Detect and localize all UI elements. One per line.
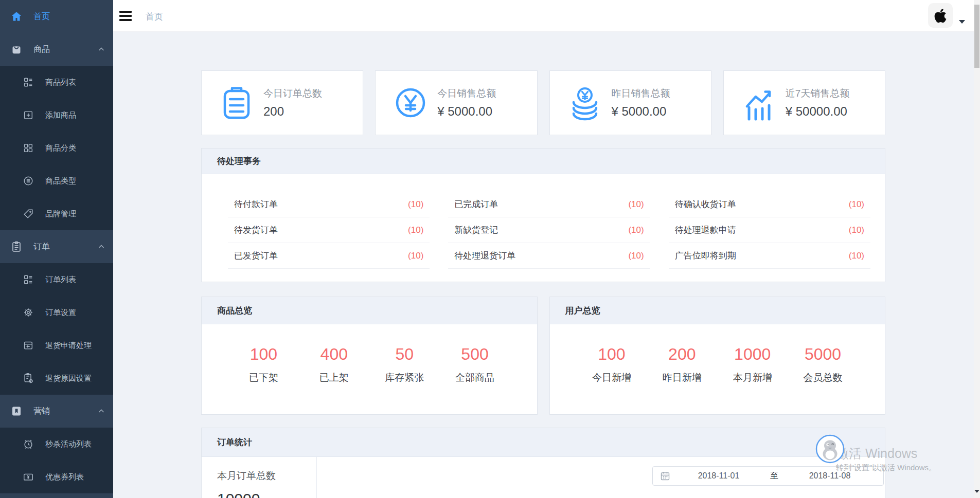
scrollbar-thumb[interactable]	[974, 5, 979, 68]
order-stats-metric: 本月订单总数 10000	[202, 457, 317, 498]
sidebar-item-label: 秒杀活动列表	[45, 439, 92, 449]
overview-stat-label: 已下架	[228, 371, 299, 384]
sidebar-item-home[interactable]: 首页	[0, 0, 113, 33]
sidebar-item-label: 首页	[33, 11, 50, 22]
chevron-up-icon	[98, 46, 105, 53]
overview-stat[interactable]: 100 已下架	[228, 345, 299, 384]
overview-stat-value: 500	[440, 345, 510, 364]
home-icon	[10, 10, 23, 23]
pending-item-count: (10)	[849, 199, 864, 210]
pending-item[interactable]: 待发货订单 (10)	[228, 217, 430, 243]
pending-item[interactable]: 新缺货登记 (10)	[448, 217, 650, 243]
sidebar-item-label: 商品列表	[45, 78, 76, 87]
stat-card-label: 今日销售总额	[437, 87, 496, 100]
overview-stat-label: 今日新增	[577, 371, 647, 384]
sidebar-section-goods[interactable]: 商品	[0, 33, 113, 66]
sidebar-item-label: 商品类型	[45, 176, 76, 186]
avatar-dropdown-caret-icon[interactable]	[959, 20, 965, 27]
overview-stat[interactable]: 500 全部商品	[440, 345, 510, 384]
sidebar-item-order-list[interactable]: 订单列表	[0, 263, 113, 296]
overview-stat-value: 1000	[717, 345, 788, 364]
sidebar-section-label: 订单	[33, 242, 50, 252]
pending-item-count: (10)	[408, 251, 423, 261]
overview-stat-value: 5000	[788, 345, 858, 364]
overview-row: 商品总览 100 已下架 400 已上架 50 库存紧张	[201, 297, 885, 415]
sidebar-item-label: 退货原因设置	[45, 374, 92, 383]
pending-item[interactable]: 已发货订单 (10)	[228, 243, 430, 269]
pending-item[interactable]: 待付款订单 (10)	[228, 192, 430, 217]
breadcrumb[interactable]: 首页	[146, 11, 163, 23]
sidebar-item-label: 商品分类	[45, 143, 76, 153]
order-stats-body: 本月订单总数 10000 2018-11-01 至 2018-11-08	[202, 457, 885, 498]
pending-item[interactable]: 待处理退款申请 (10)	[669, 217, 870, 243]
user-overview-stats: 100 今日新增 200 昨日新增 1000 本月新增 5000	[550, 324, 885, 384]
panel-title: 商品总览	[202, 297, 537, 324]
scrollbar-track[interactable]	[974, 0, 980, 498]
date-range-area: 2018-11-01 至 2018-11-08	[317, 457, 885, 498]
overview-stat-value: 400	[299, 345, 369, 364]
sidebar-section-orders[interactable]: 订单	[0, 230, 113, 263]
pending-item[interactable]: 广告位即将到期 (10)	[669, 243, 870, 269]
add-product-icon	[23, 109, 34, 121]
pending-item[interactable]: 已完成订单 (10)	[448, 192, 650, 217]
product-overview-stats: 100 已下架 400 已上架 50 库存紧张 500	[202, 324, 537, 384]
sidebar-item-brand-manage[interactable]: 品牌管理	[0, 197, 113, 230]
sidebar-section-marketing[interactable]: 营销	[0, 395, 113, 428]
stat-card-order-count: 今日订单总数 200	[201, 70, 363, 135]
date-start-input[interactable]: 2018-11-01	[670, 471, 767, 481]
overview-stat[interactable]: 200 昨日新增	[647, 345, 717, 384]
pending-item-label: 已发货订单	[234, 250, 278, 262]
stat-card-value: ¥ 50000.00	[786, 104, 850, 119]
overview-stat[interactable]: 50 库存紧张	[369, 345, 440, 384]
hamburger-menu-icon[interactable]	[119, 11, 132, 21]
category-icon	[23, 142, 34, 154]
pending-grid: 待付款订单 (10) 已完成订单 (10) 待确认收货订单 (10) 待发货订单…	[202, 174, 885, 282]
return-reason-icon	[23, 373, 34, 384]
avatar[interactable]	[928, 3, 953, 28]
overview-stat[interactable]: 5000 会员总数	[788, 345, 858, 384]
overview-stat[interactable]: 400 已上架	[299, 345, 369, 384]
metric-label: 本月订单总数	[217, 469, 316, 483]
pending-item-label: 广告位即将到期	[675, 250, 736, 262]
order-setting-icon	[23, 307, 34, 318]
scroll-down-caret-icon[interactable]	[974, 490, 979, 495]
sidebar-item-label: 优惠券列表	[45, 472, 84, 482]
overview-stat[interactable]: 1000 本月新增	[717, 345, 788, 384]
pending-item[interactable]: 待确认收货订单 (10)	[669, 192, 870, 217]
overview-stat-value: 200	[647, 345, 717, 364]
pending-tasks-panel: 待处理事务 待付款订单 (10) 已完成订单 (10) 待确认收货订单 (10)	[201, 148, 885, 282]
stat-card-label: 近7天销售总额	[786, 87, 850, 100]
pending-item[interactable]: 待处理退货订单 (10)	[448, 243, 650, 269]
sidebar-item-add-product[interactable]: 添加商品	[0, 99, 113, 132]
overview-stat[interactable]: 100 今日新增	[577, 345, 647, 384]
sidebar-item-label: 添加商品	[45, 110, 76, 120]
pending-item-count: (10)	[628, 225, 644, 235]
sidebar-item-product-type[interactable]: 商品类型	[0, 164, 113, 197]
sidebar-item-order-setting[interactable]: 订单设置	[0, 296, 113, 329]
windows-activation-watermark-line2: 转到“设置”以激活 Windows。	[836, 463, 936, 473]
brand-icon	[23, 208, 34, 219]
pending-item-label: 新缺货登记	[454, 224, 498, 236]
qq-helper-icon[interactable]	[815, 434, 845, 464]
sidebar-section-label: 商品	[33, 44, 50, 55]
sidebar-item-label: 品牌管理	[45, 209, 76, 219]
sidebar-item-product-category[interactable]: 商品分类	[0, 132, 113, 164]
pending-item-count: (10)	[628, 251, 644, 261]
windows-activation-watermark-line1: 激活 Windows	[836, 445, 917, 462]
calendar-icon	[660, 471, 670, 481]
stat-card-value: ¥ 5000.00	[437, 104, 496, 119]
yesterday-sales-icon	[568, 84, 601, 121]
sidebar-item-product-list[interactable]: 商品列表	[0, 66, 113, 99]
overview-stat-label: 会员总数	[788, 371, 858, 384]
app-screen: 首页 商品 商品列表 添加商品 商品分类	[0, 0, 980, 498]
user-overview-panel: 用户总览 100 今日新增 200 昨日新增 1000 本月新增	[549, 297, 886, 415]
sidebar-item-return-apply[interactable]: 退货申请处理	[0, 329, 113, 362]
sidebar-item-coupon-list[interactable]: 优惠券列表	[0, 460, 113, 493]
coupon-icon	[23, 471, 34, 483]
sidebar-item-flash-sale-list[interactable]: 秒杀活动列表	[0, 428, 113, 460]
sidebar-item-return-reason[interactable]: 退货原因设置	[0, 362, 113, 395]
chevron-up-icon	[98, 408, 105, 415]
stat-card-today-sales: 今日销售总额 ¥ 5000.00	[375, 70, 537, 135]
pending-item-count: (10)	[849, 251, 864, 261]
pending-item-label: 待付款订单	[234, 198, 278, 210]
